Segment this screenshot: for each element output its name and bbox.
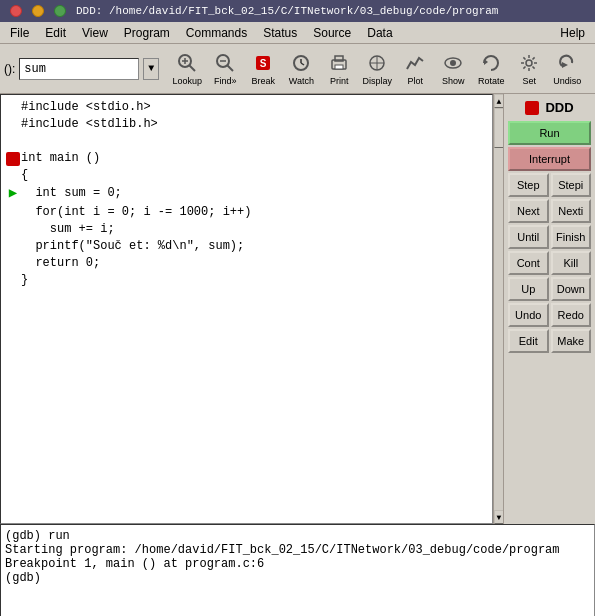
find-icon (214, 52, 236, 74)
console-line: (gdb) (5, 571, 590, 585)
menu-help[interactable]: Help (552, 24, 593, 42)
window-title: DDD: /home/david/FIT_bck_02_15/C/ITNetwo… (76, 5, 498, 17)
command-input[interactable] (19, 58, 139, 80)
find-button[interactable]: Find» (207, 48, 243, 90)
print-button[interactable]: Print (321, 48, 357, 90)
plot-icon (404, 52, 426, 74)
console-line: Starting program: /home/david/FIT_bck_02… (5, 543, 590, 557)
menu-status[interactable]: Status (255, 24, 305, 42)
svg-rect-13 (335, 56, 343, 61)
up-button[interactable]: Up (508, 277, 549, 301)
finish-button[interactable]: Finish (551, 225, 592, 249)
step-button[interactable]: Step (508, 173, 549, 197)
console-output: (gdb) runStarting program: /home/david/F… (0, 524, 595, 616)
ddd-stop-icon (525, 101, 539, 115)
command-label: (): (4, 62, 15, 76)
down-button[interactable]: Down (551, 277, 592, 301)
minimize-btn[interactable] (32, 5, 44, 17)
svg-line-5 (227, 65, 233, 71)
redo-button[interactable]: Redo (551, 303, 592, 327)
undiso-icon (556, 52, 578, 74)
set-button[interactable]: Set (511, 48, 547, 90)
code-line: int main () (5, 150, 488, 167)
nexti-button[interactable]: Nexti (551, 199, 592, 223)
code-text: for(int i = 0; i -= 1000; i++) (21, 204, 251, 221)
code-line: #include <stdio.h> (5, 99, 488, 116)
watch-button[interactable]: Watch (283, 48, 319, 90)
svg-marker-20 (484, 59, 488, 65)
menu-file[interactable]: File (2, 24, 37, 42)
edit-button[interactable]: Edit (508, 329, 549, 353)
cont-row: Cont Kill (508, 251, 591, 275)
menu-data[interactable]: Data (359, 24, 400, 42)
code-line: } (5, 272, 488, 289)
stop-marker (6, 152, 20, 166)
kill-button[interactable]: Kill (551, 251, 592, 275)
code-line: { (5, 167, 488, 184)
svg-point-21 (526, 60, 532, 66)
code-text: #include <stdio.h> (21, 99, 151, 116)
until-row: Until Finish (508, 225, 591, 249)
code-line: printf("Souč et: %d\n", sum); (5, 238, 488, 255)
debug-panel: DDD Run Interrupt Step Stepi Next Nexti … (503, 94, 595, 524)
rotate-button[interactable]: Rotate (473, 48, 509, 90)
code-line: for(int i = 0; i -= 1000; i++) (5, 204, 488, 221)
next-button[interactable]: Next (508, 199, 549, 223)
undo-row: Undo Redo (508, 303, 591, 327)
menu-program[interactable]: Program (116, 24, 178, 42)
close-btn[interactable] (10, 5, 22, 17)
svg-line-1 (189, 65, 195, 71)
until-button[interactable]: Until (508, 225, 549, 249)
code-line: sum += i; (5, 221, 488, 238)
code-line: #include <stdlib.h> (5, 116, 488, 133)
menu-commands[interactable]: Commands (178, 24, 255, 42)
menu-bar: File Edit View Program Commands Status S… (0, 22, 595, 44)
break-button[interactable]: S Break (245, 48, 281, 90)
line-marker (5, 152, 21, 166)
plot-button[interactable]: Plot (397, 48, 433, 90)
console-line: (gdb) run (5, 529, 590, 543)
lookup-button[interactable]: Lookup (169, 48, 205, 90)
menu-source[interactable]: Source (305, 24, 359, 42)
code-line: return 0; (5, 255, 488, 272)
print-icon (328, 52, 350, 74)
code-text: } (21, 272, 28, 289)
command-dropdown[interactable]: ▼ (143, 58, 159, 80)
up-row: Up Down (508, 277, 591, 301)
undiso-button[interactable]: Undiso (549, 48, 585, 90)
code-editor: #include <stdio.h>#include <stdlib.h>int… (0, 94, 493, 524)
svg-line-11 (301, 63, 304, 65)
svg-marker-22 (562, 62, 568, 68)
main-content: #include <stdio.h>#include <stdlib.h>int… (0, 94, 595, 524)
command-input-area: (): ▼ (4, 58, 159, 80)
code-text: { (21, 167, 28, 184)
stepi-button[interactable]: Stepi (551, 173, 592, 197)
menu-view[interactable]: View (74, 24, 116, 42)
code-line (5, 133, 488, 150)
svg-point-19 (450, 60, 456, 66)
scroll-track[interactable] (494, 108, 503, 510)
show-icon (442, 52, 464, 74)
maximize-btn[interactable] (54, 5, 66, 17)
code-text: int sum = 0; (21, 185, 122, 202)
code-text: int main () (21, 150, 100, 167)
show-button[interactable]: Show (435, 48, 471, 90)
break-icon: S (252, 52, 274, 74)
code-line: ▶ int sum = 0; (5, 184, 488, 204)
display-button[interactable]: Display (359, 48, 395, 90)
make-button[interactable]: Make (551, 329, 592, 353)
display-icon (366, 52, 388, 74)
vertical-scrollbar[interactable]: ▲ ▼ (493, 94, 503, 524)
menu-edit[interactable]: Edit (37, 24, 74, 42)
watch-icon (290, 52, 312, 74)
undo-button[interactable]: Undo (508, 303, 549, 327)
code-text: #include <stdlib.h> (21, 116, 158, 133)
rotate-icon (480, 52, 502, 74)
edit-row: Edit Make (508, 329, 591, 353)
ddd-header: DDD (508, 98, 591, 117)
cont-button[interactable]: Cont (508, 251, 549, 275)
set-icon (518, 52, 540, 74)
run-button[interactable]: Run (508, 121, 591, 145)
code-text: return 0; (21, 255, 100, 272)
interrupt-button[interactable]: Interrupt (508, 147, 591, 171)
